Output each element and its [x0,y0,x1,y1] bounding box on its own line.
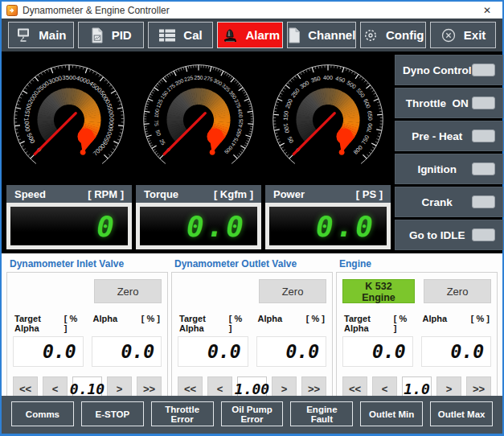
toolbar-button-alarm[interactable]: Alarm [217,22,283,48]
power-gauge: 0501001502002503003504004505005506006507… [265,55,391,182]
svg-text:100: 100 [282,122,291,134]
svg-text:450: 450 [235,128,243,138]
close-button[interactable]: ✕ [477,5,498,16]
power-value: 0.0 [269,207,387,245]
svg-text:350: 350 [310,75,322,84]
zero-button[interactable]: Zero [94,279,162,303]
toolbar-button-cal[interactable]: Cal [148,22,214,48]
dyno-control-button[interactable]: Dyno Control [395,55,503,85]
pre-heat-button[interactable]: Pre - Heat [395,121,503,151]
panel-title: Dynamometer Outlet Valve [174,258,333,269]
led-indicator [472,228,495,241]
svg-text:375: 375 [233,98,242,109]
gear-icon [363,27,379,43]
monitor-icon [15,27,31,43]
main-area: 0500100015002000250030003500400045005000… [2,51,502,253]
alpha-label: Alpha [93,314,118,333]
unit-label: [ % ] [229,314,247,333]
status-throttle-error[interactable]: Throttle Error [151,401,214,426]
zero-button[interactable]: Zero [259,279,326,303]
speed-display: Speed [ RPM ] 0 [6,185,132,249]
title-bar: Dynamometer & Engine Controller ✕ [2,2,502,19]
toolbar-button-label: Alarm [246,28,281,42]
status-outlet-max[interactable]: Outlet Max [430,401,493,426]
status-bar: Comms E-STOP Throttle Error Oil Pump Err… [2,396,502,434]
svg-text:400: 400 [237,109,244,118]
toolbar-button-label: Channel [308,28,355,42]
display-unit: [ RPM ] [88,188,124,200]
svg-text:400: 400 [323,74,333,81]
speed-value: 0 [10,207,128,245]
target-alpha-label: Target Alpha [344,314,394,333]
alpha-value-display: 0.0 [92,336,162,367]
panel-engine: Engine K 532 Engine Zero Target Alpha [ … [336,256,498,393]
torque-display: Torque [ Kgfm ] 0.0 [136,185,261,249]
svg-text:450: 450 [334,75,346,84]
svg-text:25: 25 [158,138,166,146]
toolbar-button-config[interactable]: Config [360,22,426,48]
page-icon [288,27,301,43]
panel-dynamometer-outlet-valve: Dynamometer Outlet Valve Zero Target Alp… [171,256,333,393]
siren-icon [221,27,239,43]
go-to-idle-button[interactable]: Go to IDLE [395,220,503,250]
panel-title: Engine [339,258,498,269]
svg-text:6000: 6000 [107,117,116,132]
target-alpha-label: Target Alpha [179,314,229,333]
zero-button[interactable]: Zero [424,279,491,303]
circle-x-icon [440,27,457,43]
pid-chart-icon [90,27,104,43]
table-icon [158,28,176,43]
status-outlet-min[interactable]: Outlet Min [360,401,423,426]
svg-text:3000: 3000 [47,74,64,85]
led-indicator [472,64,495,76]
toolbar-button-label: Cal [183,28,202,42]
engine-select-button[interactable]: K 532 Engine [342,279,415,303]
display-label: Speed [14,188,46,200]
svg-text:550: 550 [354,87,367,99]
toolbar-button-label: Main [39,28,66,42]
svg-text:425: 425 [237,118,244,128]
status-engine-fault[interactable]: Engine Fault [290,401,353,426]
svg-text:700: 700 [365,122,374,134]
panel-dynamometer-inlet-valve: Dynamometer Inlet Valve Zero Target Alph… [6,256,168,393]
svg-text:3500: 3500 [62,74,76,81]
svg-text:1000: 1000 [23,117,31,133]
status-comms[interactable]: Comms [11,401,74,426]
alpha-value-display: 0.0 [421,336,492,367]
crank-button[interactable]: Crank [395,187,503,217]
throttle-on-button[interactable]: Throttle ON [395,88,503,118]
unit-label: [ % ] [64,314,82,333]
torque-value: 0.0 [140,207,257,245]
alpha-label: Alpha [258,314,283,333]
panel-title: Dynamometer Inlet Valve [10,258,168,269]
app-icon [6,5,18,16]
speed-gauge: 0500100015002000250030003500400045005000… [6,55,132,182]
svg-text:75: 75 [154,120,160,126]
window-title: Dynamometer & Engine Controller [23,5,472,16]
toolbar-button-pid[interactable]: PID [78,22,144,48]
svg-text:250: 250 [194,75,203,80]
toolbar-button-main[interactable]: Main [8,22,74,48]
led-indicator [472,195,495,208]
svg-text:150: 150 [282,110,290,121]
target-alpha-value-display: 0.0 [342,336,413,367]
toolbar-button-label: Exit [464,28,486,42]
svg-text:275: 275 [203,75,214,82]
power-display: Power [ PS ] 0.0 [265,185,391,249]
svg-text:100: 100 [153,108,160,117]
target-alpha-label: Target Alpha [14,314,64,333]
svg-text:750: 750 [360,134,371,146]
status-oil-pump-error[interactable]: Oil Pump Error [221,401,284,426]
torque-column: 0255075100125150175200225250275300325350… [136,51,261,253]
toolbar-button-exit[interactable]: Exit [430,22,496,48]
target-alpha-value-display: 0.0 [13,336,84,367]
ignition-button[interactable]: Ignition [395,154,503,184]
unit-label: [ % ] [306,314,325,333]
svg-text:650: 650 [366,110,374,121]
unit-label: [ % ] [471,314,490,333]
toolbar-button-channel[interactable]: Channel [287,22,356,48]
unit-label: [ % ] [394,314,412,333]
toolbar-button-label: Config [386,28,424,42]
svg-text:200: 200 [174,77,184,86]
status-e-stop[interactable]: E-STOP [81,401,144,426]
